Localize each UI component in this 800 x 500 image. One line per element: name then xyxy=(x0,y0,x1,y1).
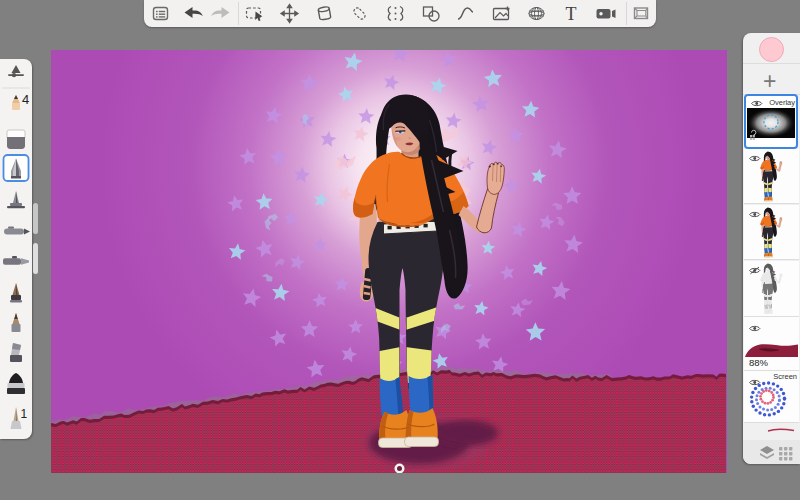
svg-text:Overlay: Overlay xyxy=(769,98,795,107)
svg-text:T: T xyxy=(566,4,577,24)
svg-text:1: 1 xyxy=(21,407,28,421)
svg-text:4: 4 xyxy=(22,92,29,107)
